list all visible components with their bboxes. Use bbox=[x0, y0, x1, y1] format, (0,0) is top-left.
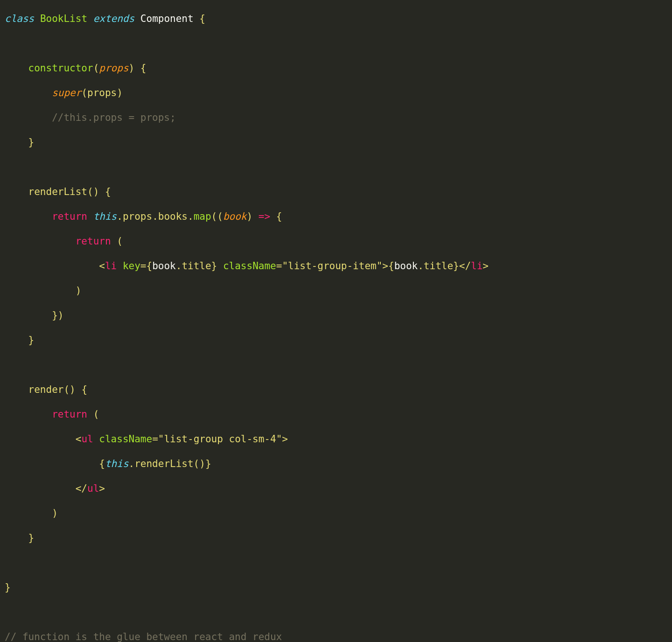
code-line: } bbox=[5, 334, 667, 347]
code-line: class BookList extends Component { bbox=[5, 13, 667, 25]
code-line: <li key={book.title} className="list-gro… bbox=[5, 260, 667, 272]
code-line bbox=[5, 161, 667, 174]
code-line: //this.props = props; bbox=[5, 112, 667, 124]
code-line bbox=[5, 606, 667, 619]
code-line: renderList() { bbox=[5, 186, 667, 198]
code-editor[interactable]: class BookList extends Component { const… bbox=[0, 0, 672, 642]
code-line: } bbox=[5, 532, 667, 544]
code-line: return ( bbox=[5, 235, 667, 248]
code-line: super(props) bbox=[5, 87, 667, 99]
code-line: constructor(props) { bbox=[5, 62, 667, 75]
code-line: ) bbox=[5, 507, 667, 520]
code-line bbox=[5, 37, 667, 50]
code-line: // function is the glue between react an… bbox=[5, 631, 667, 642]
code-line: {this.renderList()} bbox=[5, 458, 667, 470]
code-line: <ul className="list-group col-sm-4"> bbox=[5, 433, 667, 446]
code-line: return this.props.books.map((book) => { bbox=[5, 210, 667, 223]
code-line: } bbox=[5, 581, 667, 594]
code-line: return ( bbox=[5, 408, 667, 421]
code-line bbox=[5, 359, 667, 371]
code-line: ) bbox=[5, 285, 667, 297]
code-line bbox=[5, 557, 667, 569]
code-line: </ul> bbox=[5, 482, 667, 495]
code-line: render() { bbox=[5, 384, 667, 396]
code-line: } bbox=[5, 136, 667, 149]
code-line: }) bbox=[5, 309, 667, 322]
